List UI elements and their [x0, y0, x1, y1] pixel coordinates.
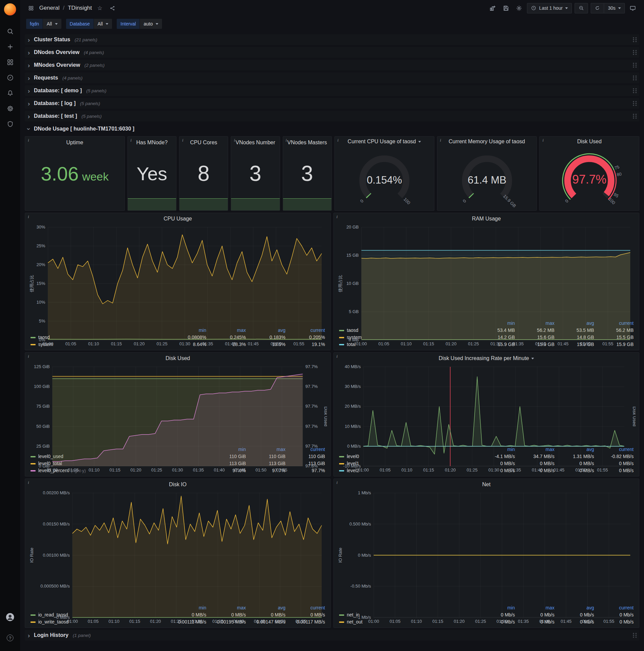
panel-title[interactable]: VNodes Masters — [287, 140, 327, 146]
panel-title[interactable]: Current Memory Usage of taosd — [449, 138, 525, 145]
stat-value: 3.06 — [41, 162, 79, 185]
variable-value-dropdown[interactable]: auto — [140, 19, 162, 29]
panel-title[interactable]: Net — [482, 482, 491, 488]
dashboards-icon[interactable] — [0, 54, 20, 70]
drag-handle-icon[interactable] — [632, 50, 637, 55]
drag-handle-icon[interactable] — [632, 114, 637, 119]
panel-title[interactable]: RAM Usage — [472, 216, 501, 222]
row-database-test[interactable]: › Database: [ test ] (5 panels) — [25, 111, 639, 122]
panel-title[interactable]: CPU Usage — [164, 216, 192, 222]
panel-disk-io-chart: i Disk IO 01:0001:0501:1001:1501:2001:25… — [25, 478, 331, 628]
panel-title[interactable]: Disk Used — [577, 138, 602, 145]
svg-text:01:50: 01:50 — [575, 467, 586, 472]
panel-disk-used-chart: i Disk Used 01:0001:0501:1001:1501:2001:… — [25, 352, 331, 476]
panel-info-icon[interactable]: i — [28, 214, 29, 219]
panel-title[interactable]: VNodes Number — [235, 140, 275, 146]
svg-text:5%: 5% — [39, 318, 45, 323]
svg-text:0: 0 — [564, 198, 570, 204]
configuration-gear-icon[interactable] — [0, 101, 20, 116]
disk-rate-chart[interactable]: 01:0001:0501:1001:1501:2001:2501:3001:35… — [337, 364, 636, 445]
panel-title[interactable]: Disk IO — [169, 482, 187, 488]
panel-info-icon[interactable]: i — [336, 214, 338, 219]
panel-info-icon[interactable]: i — [28, 137, 29, 143]
refresh-interval-picker[interactable]: 30s — [604, 3, 625, 13]
panel-info-icon[interactable]: i — [542, 137, 544, 143]
row-database-demo[interactable]: › Database: [ demo ] (5 panels) — [25, 85, 639, 96]
svg-text:01:15: 01:15 — [432, 619, 443, 624]
row-panel-count: (5 panels) — [82, 114, 102, 119]
panel-info-icon[interactable]: i — [337, 137, 339, 143]
help-icon[interactable]: ? — [0, 630, 20, 646]
svg-text:20 MB/s: 20 MB/s — [345, 404, 361, 409]
row-mnodes-overview[interactable]: › MNodes Overview (2 panels) — [25, 60, 639, 70]
variables-bar: fqdn All Database All Interval auto — [20, 16, 644, 32]
panel-info-icon[interactable]: i — [336, 480, 338, 485]
chevron-down-icon — [55, 23, 58, 25]
panel-title[interactable]: Disk Used Increasing Rate per Minute — [439, 355, 529, 362]
drag-handle-icon[interactable] — [632, 37, 637, 42]
panel-title[interactable]: Has MNode? — [136, 140, 167, 146]
search-icon[interactable] — [0, 24, 20, 39]
explore-compass-icon[interactable] — [0, 70, 20, 85]
save-dashboard-icon[interactable] — [501, 3, 511, 13]
panel-title[interactable]: Disk Used — [166, 355, 190, 362]
panel-net-chart: i Net 01:0001:0501:1001:1501:2001:2501:3… — [333, 478, 639, 628]
svg-text:25 GiB: 25 GiB — [36, 444, 50, 448]
stat-sparkline — [283, 198, 331, 210]
row-database-log[interactable]: › Database: [ log ] (5 panels) — [25, 98, 639, 109]
row-cluster-status[interactable]: › Cluster Status (21 panels) — [25, 34, 639, 45]
panel-title[interactable]: CPU Cores — [190, 140, 217, 146]
variable-value-dropdown[interactable]: All — [94, 19, 112, 29]
alerting-bell-icon[interactable] — [0, 85, 20, 101]
add-panel-icon[interactable] — [487, 3, 498, 13]
svg-text:01:15: 01:15 — [111, 341, 122, 346]
kiosk-tv-icon[interactable] — [627, 3, 638, 13]
row-dnodes-overview[interactable]: › DNodes Overview (4 panels) — [25, 47, 639, 58]
row-dnode-usage-expanded[interactable]: › DNode Usage [ huolinhe-TM1701:6030 ] — [25, 123, 639, 134]
panel-info-icon[interactable]: i — [28, 354, 29, 359]
svg-text:01:30: 01:30 — [490, 341, 502, 346]
refresh-icon[interactable] — [591, 3, 604, 13]
favorite-star-icon[interactable]: ☆ — [95, 3, 104, 13]
chevron-down-icon — [156, 23, 158, 25]
chevron-right-icon: › — [27, 113, 31, 120]
drag-handle-icon[interactable] — [632, 101, 637, 106]
time-range-picker[interactable]: Last 1 hour — [527, 3, 572, 13]
disk-used-chart[interactable]: 01:0001:0501:1001:1501:2001:2501:3001:35… — [29, 364, 327, 445]
panel-title[interactable]: Uptime — [66, 140, 84, 146]
panel-info-icon[interactable]: i — [182, 137, 184, 143]
ram-usage-chart[interactable]: 01:0001:0501:1001:1501:2001:2501:3001:35… — [337, 224, 636, 319]
breadcrumb-section[interactable]: General — [39, 5, 59, 11]
breadcrumb-dashboard-title[interactable]: TDinsight — [68, 5, 92, 11]
disk-io-chart[interactable]: 01:0001:0501:1001:1501:2001:2501:3001:35… — [29, 490, 327, 604]
panel-info-icon[interactable]: i — [440, 137, 442, 143]
drag-handle-icon[interactable] — [632, 88, 637, 94]
panel-disk-rate-chart: i Disk Used Increasing Rate per Minute 0… — [333, 352, 639, 476]
dashboard-settings-gear-icon[interactable] — [514, 3, 524, 13]
zoom-out-icon[interactable] — [575, 3, 588, 13]
svg-text:01:25: 01:25 — [151, 467, 162, 472]
panel-info-icon[interactable]: i — [28, 480, 29, 485]
drag-handle-icon[interactable] — [632, 632, 637, 638]
svg-text:20 GB: 20 GB — [347, 224, 359, 229]
user-avatar[interactable] — [0, 610, 20, 625]
cpu-usage-chart[interactable]: 01:0001:0501:1001:1501:2001:2501:3001:35… — [29, 224, 327, 326]
net-chart[interactable]: 01:0001:0501:1001:1501:2001:2501:3001:35… — [337, 490, 636, 604]
drag-handle-icon[interactable] — [632, 75, 637, 81]
share-icon[interactable] — [108, 3, 118, 13]
panel-info-icon[interactable]: i — [336, 354, 338, 359]
grafana-logo[interactable] — [4, 3, 16, 16]
row-login-history[interactable]: › Login History (1 panel) — [25, 630, 639, 641]
server-admin-shield-icon[interactable] — [0, 116, 20, 131]
variable-value-dropdown[interactable]: All — [43, 19, 61, 29]
drag-handle-icon[interactable] — [632, 62, 637, 68]
panel-disk-used-gauge: i Disk Used 075809510097.7% — [539, 136, 639, 211]
panel-title[interactable]: Current CPU Usage of taosd — [348, 138, 416, 145]
panel-info-icon[interactable]: i — [234, 137, 235, 143]
panel-info-icon[interactable]: i — [130, 137, 132, 143]
svg-text:01:15: 01:15 — [423, 341, 434, 346]
svg-text:01:25: 01:25 — [475, 619, 486, 624]
row-requests[interactable]: › Requests (4 panels) — [25, 72, 639, 83]
create-plus-icon[interactable] — [0, 39, 20, 54]
panel-info-icon[interactable]: i — [286, 137, 287, 143]
